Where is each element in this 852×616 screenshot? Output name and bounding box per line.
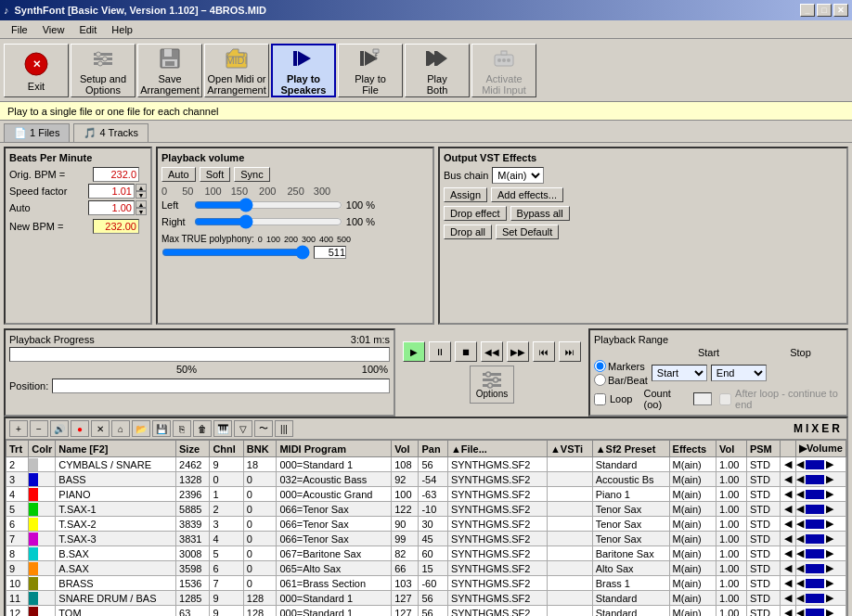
cell-arrow-left[interactable]: ◀ — [780, 576, 795, 591]
cell-arrow-left[interactable]: ◀ — [780, 591, 795, 606]
next-button[interactable]: ▶▶ — [507, 341, 529, 362]
activate-midi-button[interactable]: ActivateMidi Input — [471, 44, 536, 97]
cell-arrow-left[interactable]: ◀ — [780, 532, 795, 546]
vol-right-arrow[interactable]: ▶ — [826, 458, 833, 470]
vol-left-arrow[interactable]: ◀ — [796, 533, 804, 545]
mixer-open-btn[interactable]: 📂 — [132, 420, 150, 437]
soft-button[interactable]: Soft — [200, 167, 231, 182]
vol-right-arrow[interactable]: ▶ — [826, 607, 833, 616]
mixer-add-btn[interactable]: + — [9, 420, 28, 437]
mixer-wave-btn[interactable]: 〜 — [254, 420, 273, 437]
speed-up[interactable]: ▲ — [136, 184, 147, 191]
play-speakers-button[interactable]: Play toSpeakers — [271, 44, 336, 97]
barbeat-radio[interactable] — [594, 374, 606, 386]
save-arrangement-button[interactable]: SaveArrangement — [137, 44, 202, 97]
speed-spinner[interactable]: ▲ ▼ — [136, 184, 147, 199]
mixer-piano-btn[interactable]: 🎹 — [213, 420, 232, 437]
vol-left-arrow[interactable]: ◀ — [796, 607, 804, 616]
set-default-button[interactable]: Set Default — [496, 225, 559, 239]
add-effects-button[interactable]: Add effects... — [491, 187, 563, 202]
bus-select[interactable]: M(ain) — [492, 167, 544, 184]
table-row[interactable]: 6 T.SAX-2 3839 3 0 066=Tenor Sax 90 30 S… — [6, 517, 846, 532]
menu-help[interactable]: Help — [104, 22, 140, 37]
vol-right-arrow[interactable]: ▶ — [826, 592, 833, 604]
exit-button[interactable]: ✕ Exit — [4, 44, 69, 97]
cell-arrow-left[interactable]: ◀ — [780, 472, 795, 487]
stop-button[interactable]: ⏹ — [455, 341, 477, 362]
new-bpm-value[interactable] — [93, 219, 139, 234]
mixer-speaker-btn[interactable]: 🔊 — [50, 420, 69, 437]
tab-files[interactable]: 📄 1 Files — [4, 123, 70, 142]
loop-checkbox[interactable] — [594, 393, 606, 405]
speed-down[interactable]: ▼ — [136, 191, 147, 199]
vol-right-arrow[interactable]: ▶ — [826, 547, 833, 559]
cell-arrow-left[interactable]: ◀ — [780, 606, 795, 617]
vol-left-arrow[interactable]: ◀ — [796, 592, 804, 604]
forward-button[interactable]: ⏭ — [559, 341, 581, 362]
vol-left-arrow[interactable]: ◀ — [796, 518, 804, 530]
vol-right-arrow[interactable]: ▶ — [826, 488, 833, 500]
vol-right-arrow[interactable]: ▶ — [826, 533, 833, 545]
auto-spinner[interactable]: ▲ ▼ — [136, 200, 147, 215]
options-button[interactable]: Options — [470, 366, 514, 404]
end-dropdown[interactable]: End — [711, 365, 767, 381]
table-row[interactable]: 10 BRASS 1536 7 0 061=Brass Section 103 … — [6, 576, 846, 591]
right-slider[interactable] — [194, 215, 342, 228]
markers-radio[interactable] — [594, 360, 606, 372]
play-both-button[interactable]: PlayBoth — [405, 44, 470, 97]
table-row[interactable]: 5 T.SAX-1 5885 2 0 066=Tenor Sax 122 -10… — [6, 502, 846, 517]
count-input[interactable] — [693, 392, 712, 405]
vol-left-arrow[interactable]: ◀ — [796, 458, 804, 470]
drop-effect-button[interactable]: Drop effect — [444, 206, 507, 221]
vol-left-arrow[interactable]: ◀ — [796, 547, 804, 559]
mixer-remove-btn[interactable]: − — [30, 420, 48, 437]
vol-right-arrow[interactable]: ▶ — [826, 503, 833, 515]
table-row[interactable]: 7 T.SAX-3 3831 4 0 066=Tenor Sax 99 45 S… — [6, 532, 846, 546]
drop-all-button[interactable]: Drop all — [444, 225, 492, 239]
vol-left-arrow[interactable]: ◀ — [796, 473, 804, 485]
vol-right-arrow[interactable]: ▶ — [826, 562, 833, 574]
mixer-rec-btn[interactable]: ● — [71, 420, 89, 437]
vol-right-arrow[interactable]: ▶ — [826, 473, 833, 485]
orig-bpm-value[interactable] — [93, 167, 139, 182]
cell-arrow-left[interactable]: ◀ — [780, 487, 795, 502]
mixer-filter-btn[interactable]: ▽ — [234, 420, 252, 437]
sync-button[interactable]: Sync — [234, 167, 269, 182]
table-row[interactable]: 2 CYMBALS / SNARE 2462 9 18 000=Standard… — [6, 457, 846, 472]
mixer-home-btn[interactable]: ⌂ — [111, 420, 130, 437]
auto-button[interactable]: Auto — [161, 167, 196, 182]
vol-left-arrow[interactable]: ◀ — [796, 577, 804, 589]
minimize-button[interactable]: _ — [800, 4, 815, 17]
tab-tracks[interactable]: 🎵 4 Tracks — [73, 123, 148, 142]
poly-slider[interactable] — [161, 246, 310, 259]
open-midi-button[interactable]: MIDI Open Midi orArrangement — [204, 44, 269, 97]
cell-arrow-left[interactable]: ◀ — [780, 502, 795, 517]
vol-left-arrow[interactable]: ◀ — [796, 503, 804, 515]
auto-up[interactable]: ▲ — [136, 200, 147, 208]
vol-left-arrow[interactable]: ◀ — [796, 562, 804, 574]
table-row[interactable]: 3 BASS 1328 0 0 032=Acoustic Bass 92 -54… — [6, 472, 846, 487]
mixer-copy-btn[interactable]: ⎘ — [173, 420, 191, 437]
table-row[interactable]: 9 A.SAX 3598 6 0 065=Alto Sax 66 15 SYNT… — [6, 561, 846, 576]
play-file-button[interactable]: f Play toFile — [338, 44, 403, 97]
table-row[interactable]: 4 PIANO 2396 1 0 000=Acoustic Grand 100 … — [6, 487, 846, 502]
track-table-scroll[interactable]: Trt Colr Name [F2] Size Chnl BNK MIDI Pr… — [6, 440, 846, 616]
play-button[interactable]: ▶ — [403, 341, 425, 362]
vol-right-arrow[interactable]: ▶ — [826, 577, 833, 589]
cell-arrow-left[interactable]: ◀ — [780, 561, 795, 576]
table-row[interactable]: 11 SNARE DRUM / BAS 1285 9 128 000=Stand… — [6, 591, 846, 606]
menu-file[interactable]: File — [4, 22, 35, 37]
auto-value[interactable] — [88, 200, 135, 215]
mixer-delete-btn[interactable]: ✕ — [91, 420, 110, 437]
menu-edit[interactable]: Edit — [71, 22, 104, 37]
close-button[interactable]: ✕ — [833, 4, 848, 17]
cell-arrow-left[interactable]: ◀ — [780, 517, 795, 532]
assign-button[interactable]: Assign — [444, 187, 487, 202]
maximize-button[interactable]: □ — [817, 4, 832, 17]
menu-view[interactable]: View — [35, 22, 72, 37]
auto-down[interactable]: ▼ — [136, 208, 147, 215]
speed-value[interactable] — [88, 184, 135, 199]
bypass-all-button[interactable]: Bypass all — [510, 206, 570, 221]
vol-left-arrow[interactable]: ◀ — [796, 488, 804, 500]
position-input[interactable] — [52, 379, 390, 393]
